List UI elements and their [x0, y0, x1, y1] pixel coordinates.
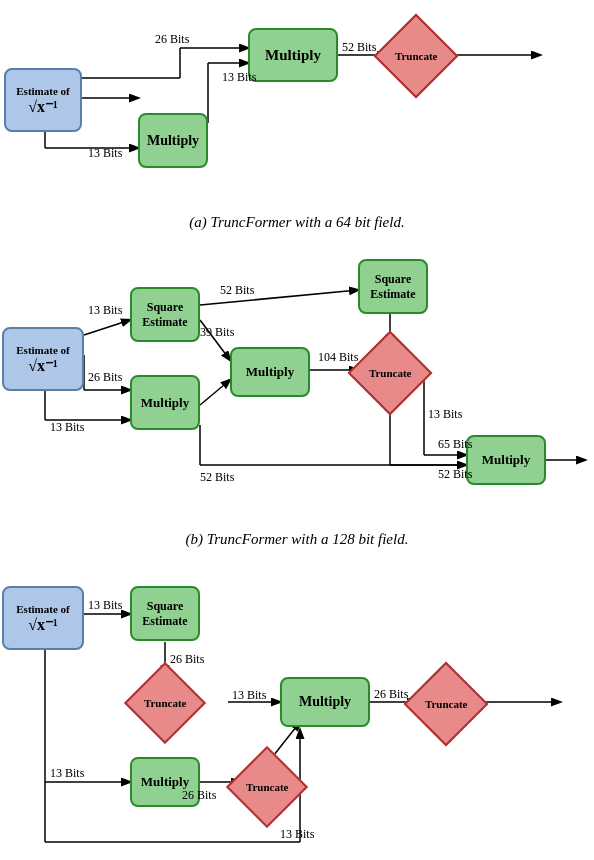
label-52bits-a: 52 Bits: [342, 40, 376, 55]
multiply2-node-a: Multiply: [138, 113, 208, 168]
diagram-a: Estimate of √x⁻¹ Multiply Multiply Trunc…: [0, 8, 594, 208]
label-13bits-a2: 13 Bits: [222, 70, 256, 85]
b13c-b: 13 Bits: [428, 407, 462, 422]
multiply2-node-b: Multiply: [230, 347, 310, 397]
b13c-c: 13 Bits: [50, 766, 84, 781]
label-26bits-a: 26 Bits: [155, 32, 189, 47]
b26-b: 26 Bits: [88, 370, 122, 385]
truncate2-node-c: Truncate: [226, 746, 308, 828]
multiply3-node-b: Multiply: [466, 435, 546, 485]
b39-b: 39 Bits: [200, 325, 234, 340]
diagram-c: Estimate of √x⁻¹ Square Estimate Truncat…: [0, 562, 594, 852]
diagram-b: Estimate of √x⁻¹ Square Estimate Multipl…: [0, 245, 594, 525]
svg-line-16: [200, 380, 230, 405]
truncate3-node-c: Truncate: [404, 662, 489, 747]
b26a-c: 26 Bits: [170, 652, 204, 667]
label-13bits-a1: 13 Bits: [88, 146, 122, 161]
b13b-b: 13 Bits: [50, 420, 84, 435]
multiply1-node-b: Multiply: [130, 375, 200, 430]
b52c-b: 52 Bits: [438, 467, 472, 482]
b26b-c: 26 Bits: [374, 687, 408, 702]
caption-b: (b) TruncFormer with a 128 bit field.: [0, 525, 594, 558]
b65-b: 65 Bits: [438, 437, 472, 452]
estimate-node-c: Estimate of √x⁻¹: [2, 586, 84, 650]
truncate1-node-c: Truncate: [124, 662, 206, 744]
square-est-node-c: Square Estimate: [130, 586, 200, 641]
b13d-c: 13 Bits: [280, 827, 314, 842]
b13a-c: 13 Bits: [88, 598, 122, 613]
truncate-node-a: Truncate: [374, 14, 459, 99]
b52a-b: 52 Bits: [220, 283, 254, 298]
svg-line-10: [84, 320, 130, 335]
b52b-b: 52 Bits: [200, 470, 234, 485]
square-est2-node-b: Square Estimate: [358, 259, 428, 314]
estimate-node-a: Estimate of √x⁻¹: [4, 68, 82, 132]
truncate-node-b: Truncate: [348, 331, 433, 416]
caption-a: (a) TruncFormer with a 64 bit field.: [0, 208, 594, 241]
b26c-c: 26 Bits: [182, 788, 216, 803]
square-est1-node-b: Square Estimate: [130, 287, 200, 342]
multiply2-node-c: Multiply: [280, 677, 370, 727]
b104-b: 104 Bits: [318, 350, 358, 365]
multiply1-node-a: Multiply: [248, 28, 338, 82]
estimate-node-b: Estimate of √x⁻¹: [2, 327, 84, 391]
b13a-b: 13 Bits: [88, 303, 122, 318]
b13b-c: 13 Bits: [232, 688, 266, 703]
